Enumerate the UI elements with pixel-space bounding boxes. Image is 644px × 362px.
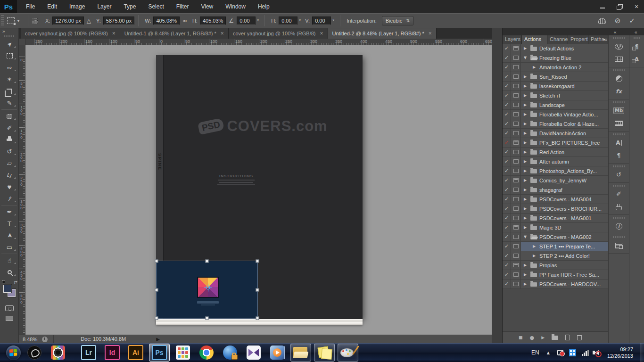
- action-dialog-toggle[interactable]: [511, 195, 521, 204]
- close-button[interactable]: ×: [634, 4, 639, 9]
- action-toggle-check[interactable]: ✓: [503, 63, 511, 72]
- swap-colors-icon[interactable]: ⇄: [14, 280, 17, 285]
- action-row[interactable]: ✓▶STEP 1 ••• Prepare Te...: [503, 242, 608, 251]
- action-toggle-check[interactable]: ✓: [503, 280, 511, 288]
- action-dialog-toggle[interactable]: [511, 185, 521, 194]
- action-toggle-check[interactable]: ✓: [503, 166, 511, 175]
- info-panel-icon[interactable]: i: [609, 220, 629, 232]
- horizontal-ruler[interactable]: 2502001501005005010015020025030035040045…: [19, 39, 492, 45]
- warp-mode-icon[interactable]: [598, 18, 606, 24]
- action-row[interactable]: ✓▶Photoshop_Actions_By...: [503, 166, 608, 176]
- minimize-button[interactable]: [600, 4, 605, 9]
- action-row[interactable]: ✓▶PSDCovers - HARDCOV...: [503, 280, 608, 289]
- taskbar-app-mediaplayer[interactable]: [267, 344, 288, 362]
- action-row-content[interactable]: ▶PSDCovers - HARDCOV...: [521, 280, 608, 288]
- taskbar-app-chrome[interactable]: [196, 344, 217, 362]
- action-toggle-check[interactable]: ✓: [503, 242, 511, 251]
- tab-close-icon[interactable]: ×: [429, 31, 432, 36]
- relative-position-icon[interactable]: △: [87, 17, 91, 24]
- action-dialog-toggle[interactable]: [511, 242, 521, 251]
- expand-arrow-right-icon[interactable]: ▶: [524, 46, 528, 50]
- width-field[interactable]: 405.08%: [153, 16, 179, 25]
- action-row-content[interactable]: ▼PSDCovers - MAG002: [521, 232, 608, 241]
- action-dialog-toggle[interactable]: [511, 280, 521, 288]
- action-row-content[interactable]: ▶lassekorsgaard: [521, 82, 608, 90]
- document-tab[interactable]: Untitled-1 @ 8.48% (Layer 1, RGB/8#) *×: [120, 28, 229, 39]
- expand-arrow-down-icon[interactable]: ▼: [524, 56, 528, 60]
- tab-close-icon[interactable]: ×: [221, 31, 224, 36]
- options-bar-grip[interactable]: [1, 15, 4, 26]
- commit-transform-button[interactable]: ✓: [629, 16, 635, 25]
- adjustments-panel-icon[interactable]: [609, 72, 629, 85]
- character-styles-panel-icon[interactable]: A: [629, 53, 644, 66]
- collapse-panels-icon[interactable]: «: [635, 30, 637, 35]
- rectangle-tool[interactable]: ▭: [0, 241, 19, 253]
- collapse-panels-icon[interactable]: «: [614, 30, 617, 35]
- menu-select[interactable]: Select: [142, 0, 170, 13]
- expand-arrow-right-icon[interactable]: ▶: [524, 103, 528, 107]
- expand-arrow-right-icon[interactable]: ▶: [524, 263, 528, 267]
- action-row-content[interactable]: ▶Magic 3D: [521, 223, 608, 232]
- panel-tab-layers[interactable]: Layers: [503, 35, 522, 44]
- action-row[interactable]: ✓▶PSDCovers - BROCHUR...: [503, 204, 608, 214]
- expand-arrow-right-icon[interactable]: ▶: [533, 254, 537, 258]
- action-dialog-toggle[interactable]: [511, 148, 521, 156]
- height-field[interactable]: 405.03%: [200, 16, 226, 25]
- action-row-content[interactable]: ▶PSDCovers - MAG004: [521, 195, 608, 204]
- action-row[interactable]: ✓▶PSDCovers - MAG004: [503, 195, 608, 204]
- expand-arrow-right-icon[interactable]: ▶: [524, 197, 528, 201]
- taskbar-app-lightroom[interactable]: Lr: [78, 344, 99, 362]
- menu-type[interactable]: Type: [117, 0, 142, 13]
- transform-handle[interactable]: [256, 317, 259, 320]
- action-dialog-toggle[interactable]: [511, 129, 521, 138]
- expand-arrow-right-icon[interactable]: ▶: [524, 206, 528, 211]
- menu-filter[interactable]: Filter: [170, 0, 195, 13]
- action-row-content[interactable]: ▶Comics_by_JennyW: [521, 176, 608, 185]
- action-row[interactable]: ✓▶Propias: [503, 261, 608, 270]
- action-dialog-toggle[interactable]: [511, 138, 521, 147]
- magic-wand-tool[interactable]: ✶: [0, 74, 19, 85]
- healing-brush-tool[interactable]: [0, 110, 19, 122]
- h-skew-field[interactable]: 0.00: [279, 16, 297, 25]
- action-row[interactable]: ✓▶Comics_by_JennyW: [503, 176, 608, 185]
- dock-divider[interactable]: [492, 28, 503, 343]
- action-row-content[interactable]: ▶STEP 1 ••• Prepare Te...: [521, 242, 608, 251]
- rectangular-marquee-tool[interactable]: [0, 50, 19, 62]
- menu-layer[interactable]: Layer: [91, 0, 117, 13]
- action-row-content[interactable]: ▶After autumn: [521, 157, 608, 166]
- history-panel-icon[interactable]: ↺: [609, 168, 629, 181]
- action-toggle-check[interactable]: ✓: [503, 91, 511, 100]
- panel-menu-icon[interactable]: ▾≡: [603, 37, 607, 42]
- taskbar-app-kmplayer[interactable]: [243, 344, 264, 362]
- taskbar-app-paint[interactable]: [338, 344, 358, 362]
- transform-handle[interactable]: [206, 260, 209, 263]
- action-dialog-toggle[interactable]: [511, 232, 521, 241]
- transform-handle[interactable]: [155, 317, 158, 320]
- action-row-content[interactable]: ▶PP Faux HDR - Free Sa...: [521, 270, 608, 279]
- action-row[interactable]: ✓▶Default Actions: [503, 44, 608, 53]
- expand-arrow-right-icon[interactable]: ▶: [524, 93, 528, 98]
- tab-close-icon[interactable]: ×: [112, 31, 116, 36]
- clone-stamp-tool[interactable]: [0, 134, 19, 146]
- default-colors-icon[interactable]: [2, 280, 5, 283]
- action-dialog-toggle[interactable]: [511, 119, 521, 128]
- status-menu-arrow-icon[interactable]: ▶: [156, 337, 160, 342]
- action-toggle-check[interactable]: ✓: [503, 223, 511, 232]
- delete-button[interactable]: [577, 335, 582, 340]
- new-set-button[interactable]: [552, 336, 558, 340]
- action-dialog-toggle[interactable]: [511, 251, 521, 260]
- action-row[interactable]: ✓▶PP Faux HDR - Free Sa...: [503, 270, 608, 280]
- quick-mask-button[interactable]: [5, 305, 14, 311]
- v-skew-field[interactable]: 0.00: [312, 16, 331, 25]
- action-row[interactable]: ✓▼PSDCovers - MAG002: [503, 232, 608, 242]
- action-dialog-toggle[interactable]: [511, 82, 521, 90]
- action-row[interactable]: ✓▶Florabella Vintage Actio...: [503, 110, 608, 119]
- strip-grip[interactable]: [613, 236, 625, 238]
- transform-handle[interactable]: [155, 288, 158, 291]
- tray-grid-icon[interactable]: [569, 349, 576, 356]
- expand-arrow-right-icon[interactable]: ▶: [533, 244, 537, 248]
- strip-grip[interactable]: [613, 185, 625, 187]
- expand-arrow-right-icon[interactable]: ▶: [524, 74, 528, 79]
- expand-arrow-right-icon[interactable]: ▶: [524, 178, 528, 182]
- action-dialog-toggle[interactable]: [511, 223, 521, 232]
